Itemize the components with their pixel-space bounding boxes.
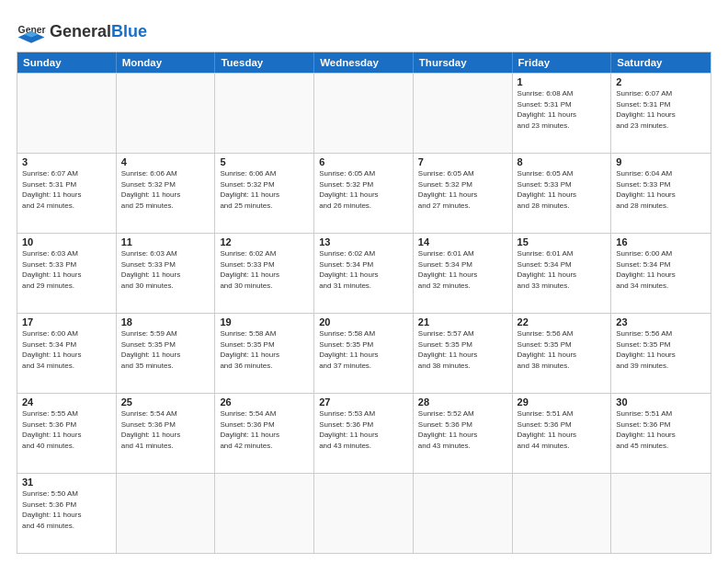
empty-cell-r0-c0 [17,74,117,153]
day-number: 26 [220,396,309,408]
day-number: 5 [220,156,309,167]
day-info: Sunrise: 6:03 AM Sunset: 5:33 PM Dayligh… [22,248,111,291]
day-cell-12: 12Sunrise: 6:02 AM Sunset: 5:33 PM Dayli… [215,234,314,313]
day-cell-22: 22Sunrise: 5:56 AM Sunset: 5:35 PM Dayli… [513,314,612,393]
day-cell-4: 4Sunrise: 6:06 AM Sunset: 5:32 PM Daylig… [117,154,216,233]
day-info: Sunrise: 6:01 AM Sunset: 5:34 PM Dayligh… [418,248,507,291]
day-cell-9: 9Sunrise: 6:04 AM Sunset: 5:33 PM Daylig… [611,154,711,233]
day-info: Sunrise: 5:50 AM Sunset: 5:36 PM Dayligh… [22,488,111,531]
day-number: 20 [319,316,408,327]
day-cell-26: 26Sunrise: 5:54 AM Sunset: 5:36 PM Dayli… [215,394,314,473]
day-cell-29: 29Sunrise: 5:51 AM Sunset: 5:36 PM Dayli… [513,394,612,473]
empty-cell-r0-c2 [215,74,314,153]
day-cell-24: 24Sunrise: 5:55 AM Sunset: 5:36 PM Dayli… [17,394,117,473]
day-cell-28: 28Sunrise: 5:52 AM Sunset: 5:36 PM Dayli… [414,394,513,473]
day-cell-21: 21Sunrise: 5:57 AM Sunset: 5:35 PM Dayli… [414,314,513,393]
day-number: 22 [518,316,607,327]
day-info: Sunrise: 5:58 AM Sunset: 5:35 PM Dayligh… [319,328,408,371]
day-number: 24 [22,396,111,408]
day-cell-19: 19Sunrise: 5:58 AM Sunset: 5:35 PM Dayli… [215,314,314,393]
calendar-row-0: 1Sunrise: 6:08 AM Sunset: 5:31 PM Daylig… [17,73,711,153]
day-info: Sunrise: 6:05 AM Sunset: 5:33 PM Dayligh… [518,168,607,211]
day-info: Sunrise: 5:57 AM Sunset: 5:35 PM Dayligh… [418,328,507,371]
day-number: 4 [121,156,210,167]
day-number: 9 [616,156,706,167]
calendar-row-2: 10Sunrise: 6:03 AM Sunset: 5:33 PM Dayli… [17,233,711,313]
day-number: 3 [22,156,111,167]
day-cell-31: 31Sunrise: 5:50 AM Sunset: 5:36 PM Dayli… [17,474,117,553]
day-number: 23 [616,316,706,327]
day-number: 29 [518,396,607,408]
day-info: Sunrise: 5:59 AM Sunset: 5:35 PM Dayligh… [121,328,210,371]
weekday-header-saturday: Saturday [611,52,711,73]
day-info: Sunrise: 6:07 AM Sunset: 5:31 PM Dayligh… [22,168,111,211]
day-info: Sunrise: 6:02 AM Sunset: 5:34 PM Dayligh… [319,248,408,291]
day-number: 16 [616,236,706,247]
day-cell-27: 27Sunrise: 5:53 AM Sunset: 5:36 PM Dayli… [314,394,414,473]
day-number: 31 [22,477,111,488]
day-number: 25 [121,396,210,408]
calendar-header-row: SundayMondayTuesdayWednesdayThursdayFrid… [17,52,711,73]
day-info: Sunrise: 6:06 AM Sunset: 5:32 PM Dayligh… [121,168,210,211]
calendar-body: 1Sunrise: 6:08 AM Sunset: 5:31 PM Daylig… [17,73,711,553]
day-cell-11: 11Sunrise: 6:03 AM Sunset: 5:33 PM Dayli… [117,234,216,313]
day-info: Sunrise: 6:00 AM Sunset: 5:34 PM Dayligh… [616,248,706,291]
day-cell-8: 8Sunrise: 6:05 AM Sunset: 5:33 PM Daylig… [513,154,612,233]
day-cell-1: 1Sunrise: 6:08 AM Sunset: 5:31 PM Daylig… [513,74,612,153]
day-info: Sunrise: 6:06 AM Sunset: 5:32 PM Dayligh… [220,168,309,211]
day-info: Sunrise: 6:03 AM Sunset: 5:33 PM Dayligh… [121,248,210,291]
day-number: 19 [220,316,309,327]
day-number: 15 [518,236,607,247]
day-number: 21 [418,316,507,327]
day-info: Sunrise: 5:54 AM Sunset: 5:36 PM Dayligh… [220,408,309,451]
day-number: 8 [518,156,607,167]
day-info: Sunrise: 5:58 AM Sunset: 5:35 PM Dayligh… [220,328,309,371]
calendar-row-5: 31Sunrise: 5:50 AM Sunset: 5:36 PM Dayli… [17,473,711,553]
day-number: 30 [616,396,706,408]
empty-cell-r5-c1 [117,474,216,553]
generalblue-logo-icon: General [17,17,46,46]
day-cell-17: 17Sunrise: 6:00 AM Sunset: 5:34 PM Dayli… [17,314,117,393]
day-cell-30: 30Sunrise: 5:51 AM Sunset: 5:36 PM Dayli… [611,394,711,473]
day-info: Sunrise: 6:01 AM Sunset: 5:34 PM Dayligh… [518,248,607,291]
day-info: Sunrise: 5:51 AM Sunset: 5:36 PM Dayligh… [518,408,607,451]
calendar-row-1: 3Sunrise: 6:07 AM Sunset: 5:31 PM Daylig… [17,153,711,233]
day-cell-23: 23Sunrise: 5:56 AM Sunset: 5:35 PM Dayli… [611,314,711,393]
empty-cell-r0-c3 [314,74,414,153]
calendar: SundayMondayTuesdayWednesdayThursdayFrid… [17,52,711,554]
day-info: Sunrise: 6:05 AM Sunset: 5:32 PM Dayligh… [319,168,408,211]
day-number: 18 [121,316,210,327]
day-info: Sunrise: 5:53 AM Sunset: 5:36 PM Dayligh… [319,408,408,451]
day-cell-14: 14Sunrise: 6:01 AM Sunset: 5:34 PM Dayli… [414,234,513,313]
day-cell-20: 20Sunrise: 5:58 AM Sunset: 5:35 PM Dayli… [314,314,414,393]
day-number: 13 [319,236,408,247]
day-number: 17 [22,316,111,327]
weekday-header-wednesday: Wednesday [314,52,414,73]
day-info: Sunrise: 6:05 AM Sunset: 5:32 PM Dayligh… [418,168,507,211]
weekday-header-thursday: Thursday [414,52,513,73]
empty-cell-r0-c1 [117,74,216,153]
day-info: Sunrise: 5:56 AM Sunset: 5:35 PM Dayligh… [518,328,607,371]
weekday-header-friday: Friday [513,52,612,73]
day-cell-15: 15Sunrise: 6:01 AM Sunset: 5:34 PM Dayli… [513,234,612,313]
header: General GeneralBlue [17,17,711,46]
day-info: Sunrise: 6:04 AM Sunset: 5:33 PM Dayligh… [616,168,706,211]
day-cell-5: 5Sunrise: 6:06 AM Sunset: 5:32 PM Daylig… [215,154,314,233]
page: General GeneralBlue SundayMondayTuesdayW… [0,0,728,563]
empty-cell-r0-c4 [414,74,513,153]
day-info: Sunrise: 5:54 AM Sunset: 5:36 PM Dayligh… [121,408,210,451]
weekday-header-sunday: Sunday [17,52,117,73]
day-info: Sunrise: 5:51 AM Sunset: 5:36 PM Dayligh… [616,408,706,451]
day-cell-3: 3Sunrise: 6:07 AM Sunset: 5:31 PM Daylig… [17,154,117,233]
day-info: Sunrise: 5:52 AM Sunset: 5:36 PM Dayligh… [418,408,507,451]
logo: General GeneralBlue [17,17,147,46]
day-number: 12 [220,236,309,247]
day-number: 11 [121,236,210,247]
day-info: Sunrise: 6:02 AM Sunset: 5:33 PM Dayligh… [220,248,309,291]
day-number: 10 [22,236,111,247]
day-cell-13: 13Sunrise: 6:02 AM Sunset: 5:34 PM Dayli… [314,234,414,313]
logo-text: GeneralBlue [50,23,147,40]
weekday-header-monday: Monday [117,52,216,73]
day-cell-2: 2Sunrise: 6:07 AM Sunset: 5:31 PM Daylig… [611,74,711,153]
empty-cell-r5-c4 [414,474,513,553]
